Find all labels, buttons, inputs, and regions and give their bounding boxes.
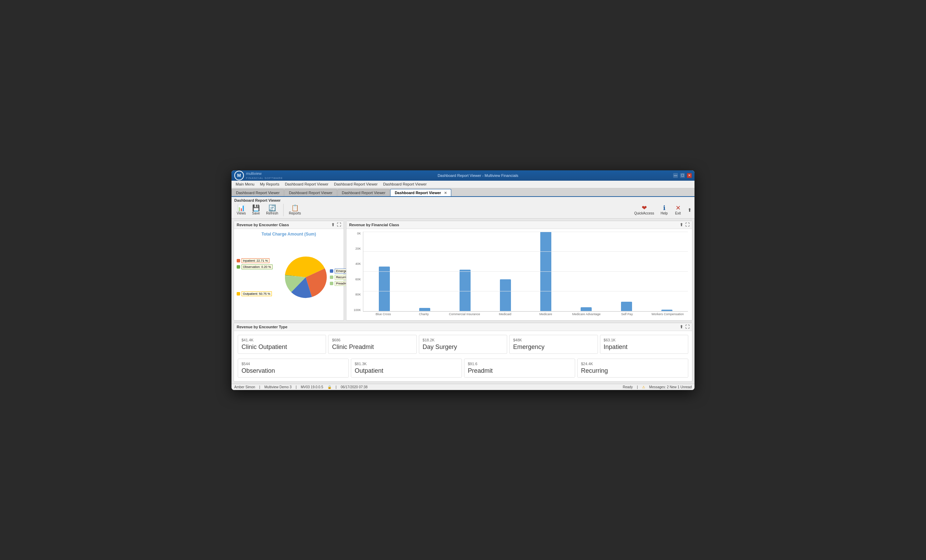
menu-main[interactable]: Main Menu xyxy=(233,181,257,187)
exit-button[interactable]: ✕ Exit xyxy=(672,204,684,216)
recurring-name: Recurring xyxy=(581,367,684,374)
y-40k: 40K xyxy=(351,262,361,266)
expand-encounter-icon[interactable]: ⛶ xyxy=(685,325,689,329)
bar-commercial[interactable] xyxy=(460,270,471,311)
tab-2[interactable]: Dashboard Report Viewer xyxy=(284,189,337,196)
save-label: Save xyxy=(252,211,260,215)
financial-class-panel: Revenue by Financial Class ⬆ ⛶ 100K 80K … xyxy=(346,221,692,321)
quickaccess-button[interactable]: ❤ QuickAccess xyxy=(632,204,657,216)
card-day-surgery[interactable]: $18.2K Day Surgery xyxy=(419,335,507,354)
views-icon: 📊 xyxy=(238,205,245,211)
quickaccess-icon: ❤ xyxy=(642,205,647,211)
save-button[interactable]: 💾 Save xyxy=(250,204,263,216)
outpatient-name: Outpatient xyxy=(355,367,458,374)
y-100k: 100K xyxy=(351,308,361,312)
encounter-type-header: Revenue by Encounter Type ⬆ ⛶ xyxy=(234,323,692,331)
tab-4-close[interactable]: ✕ xyxy=(444,191,447,195)
observation-name: Observation xyxy=(242,367,345,374)
x-workers: Workers Compensation xyxy=(647,312,688,316)
export-financial-icon[interactable]: ⬆ xyxy=(680,222,683,227)
card-preadmit[interactable]: $91.6 Preadmit xyxy=(464,359,575,377)
exit-icon: ✕ xyxy=(676,205,681,211)
legend-outpatient-container: Outpatient: 50.75 % xyxy=(237,291,281,296)
card-inpatient[interactable]: $63.1K Inpatient xyxy=(600,335,688,354)
top-row: Revenue by Encounter Class ⬆ ⛶ Total Cha… xyxy=(234,221,692,321)
clinic-preadmit-name: Clinic Preadmit xyxy=(332,343,413,351)
card-clinic-outpatient[interactable]: $41.4K Clinic Outpatient xyxy=(238,335,326,354)
legend-observation: Observation: 0.20 % xyxy=(237,264,281,269)
expand-financial-icon[interactable]: ⛶ xyxy=(685,222,689,227)
tabs-bar: Dashboard Report Viewer Dashboard Report… xyxy=(232,188,694,197)
preadmit-name: Preadmit xyxy=(468,367,571,374)
tab-4-active[interactable]: Dashboard Report Viewer ✕ xyxy=(390,189,451,196)
menu-dashboard2[interactable]: Dashboard Report Viewer xyxy=(331,181,380,187)
card-recurring[interactable]: $24.4K Recurring xyxy=(577,359,688,377)
export-icon[interactable]: ⬆ xyxy=(331,222,334,227)
share-icon[interactable]: ⬆ xyxy=(688,207,692,213)
pie-container: Total Charge Amount (Sum) Inpatient: 22.… xyxy=(234,229,343,318)
title-bar: M multiviewFINANCIAL SOFTWARE Dashboard … xyxy=(232,171,694,181)
x-charity: Charity xyxy=(404,312,444,316)
card-outpatient[interactable]: $81.3K Outpatient xyxy=(351,359,462,377)
pie-chart xyxy=(281,253,330,301)
menu-bar: Main Menu My Reports Dashboard Report Vi… xyxy=(232,181,694,188)
tab-1[interactable]: Dashboard Report Viewer xyxy=(232,189,284,196)
window-controls: — ☐ ✕ xyxy=(673,173,692,178)
tab-3[interactable]: Dashboard Report Viewer xyxy=(337,189,390,196)
y-axis: 100K 80K 60K 40K 20K 0K xyxy=(351,232,363,312)
reports-button[interactable]: 📋 Reports xyxy=(286,204,303,216)
bar-medicare-adv[interactable] xyxy=(581,307,592,311)
card-emergency[interactable]: $48K Emergency xyxy=(509,335,598,354)
bars-group xyxy=(363,232,688,311)
menu-dashboard3[interactable]: Dashboard Report Viewer xyxy=(380,181,429,187)
minimize-button[interactable]: — xyxy=(673,173,678,178)
x-labels: Blue Cross Charity Commercial Insurance … xyxy=(351,312,688,316)
menu-my-reports[interactable]: My Reports xyxy=(257,181,282,187)
recurring-dot xyxy=(330,276,333,279)
outpatient-dot xyxy=(237,292,240,296)
bar-medicaid[interactable] xyxy=(500,279,511,311)
toolbar-sep xyxy=(283,204,284,216)
bar-bluecross[interactable] xyxy=(379,267,390,311)
status-sep1: | xyxy=(259,385,260,389)
expand-icon[interactable]: ⛶ xyxy=(337,222,341,227)
card-clinic-preadmit[interactable]: $686 Clinic Preadmit xyxy=(328,335,416,354)
x-selfpay: Self Pay xyxy=(607,312,648,316)
status-right: Ready | ⚠ Messages: 2 New 1 Unread xyxy=(623,385,692,389)
x-medicare-adv: Medicare Advantage xyxy=(566,312,607,316)
lock-icon: 🔒 xyxy=(327,385,331,389)
y-60k: 60K xyxy=(351,278,361,281)
outpatient-label: Outpatient: 50.75 % xyxy=(242,291,272,296)
close-window-button[interactable]: ✕ xyxy=(687,173,692,178)
bar-charity[interactable] xyxy=(419,308,430,311)
encounter-type-title: Revenue by Encounter Type xyxy=(237,325,287,329)
bar-workers[interactable] xyxy=(661,309,672,311)
help-button[interactable]: ℹ Help xyxy=(658,204,670,216)
maximize-button[interactable]: ☐ xyxy=(680,173,685,178)
inpatient-amount: $63.1K xyxy=(604,338,684,342)
quickaccess-label: QuickAccess xyxy=(634,211,654,215)
encounter-type-panel: Revenue by Encounter Type ⬆ ⛶ $41.4K Cli… xyxy=(234,323,692,382)
inpatient-name: Inpatient xyxy=(604,343,684,351)
legend-inpatient: Inpatient: 22.71 % xyxy=(237,258,281,263)
status-sep2: | xyxy=(296,385,297,389)
export-encounter-icon[interactable]: ⬆ xyxy=(680,325,683,329)
clinic-outpatient-amount: $41.4K xyxy=(242,338,322,342)
views-button[interactable]: 📊 Views xyxy=(234,204,248,216)
card-observation[interactable]: $544 Observation xyxy=(238,359,349,377)
encounter-class-panel: Revenue by Encounter Class ⬆ ⛶ Total Cha… xyxy=(234,221,344,321)
bar-medicare[interactable] xyxy=(540,232,551,311)
bar-selfpay[interactable] xyxy=(621,302,632,311)
refresh-button[interactable]: 🔄 Refresh xyxy=(263,204,280,216)
status-messages[interactable]: Messages: 2 New 1 Unread xyxy=(649,385,692,389)
encounter-class-title: Revenue by Encounter Class xyxy=(237,223,289,227)
menu-dashboard1[interactable]: Dashboard Report Viewer xyxy=(282,181,331,187)
status-bar: Amber Simon | Multiview Demo 3 | MV03 19… xyxy=(232,384,694,390)
x-commercial: Commercial Insurance xyxy=(444,312,485,316)
bar-chart-container: 100K 80K 60K 40K 20K 0K xyxy=(346,229,692,318)
day-surgery-amount: $18.2K xyxy=(423,338,503,342)
encounter-cards-row2: $544 Observation $81.3K Outpatient $91.6… xyxy=(234,358,692,381)
tab-4-label: Dashboard Report Viewer xyxy=(395,191,441,195)
toolbar: Dashboard Report Viewer 📊 Views 💾 Save 🔄… xyxy=(232,197,694,219)
slice-remaining xyxy=(285,256,306,277)
